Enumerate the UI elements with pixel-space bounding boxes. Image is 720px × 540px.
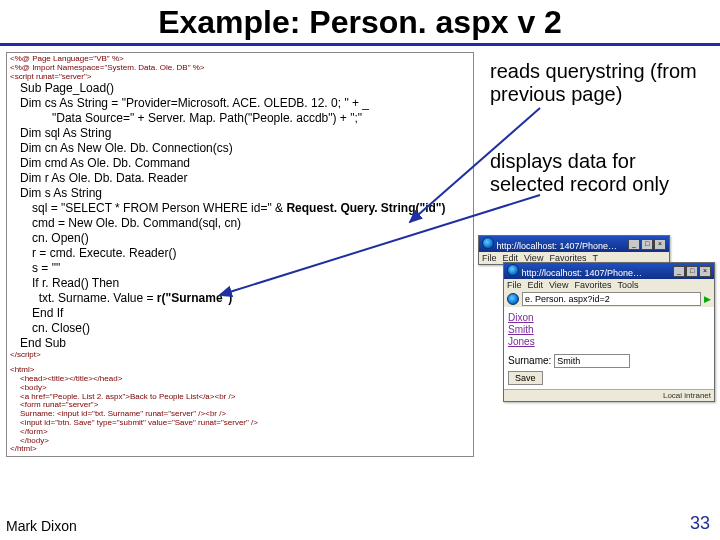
code-line: If r. Read() Then: [10, 276, 470, 291]
address-bar: ▶: [504, 291, 714, 307]
footer-author: Mark Dixon: [6, 518, 77, 534]
browser-body: Dixon Smith Jones Surname: Save: [504, 307, 714, 389]
ie-icon: [482, 237, 494, 249]
maximize-icon[interactable]: □: [686, 266, 698, 277]
page-icon: [507, 293, 519, 305]
surname-label: Surname:: [508, 355, 551, 366]
code-line: End If: [10, 306, 470, 321]
code-line: </body>: [10, 437, 470, 446]
window-buttons: _□×: [628, 239, 666, 250]
code-line: txt. Surname. Value = r("Surname"): [10, 291, 470, 306]
address-input[interactable]: [522, 292, 701, 306]
code-line: </form>: [10, 428, 470, 437]
link-smith[interactable]: Smith: [508, 324, 710, 335]
form-row: Surname:: [508, 354, 710, 368]
minimize-icon[interactable]: _: [673, 266, 685, 277]
link-jones[interactable]: Jones: [508, 336, 710, 347]
close-icon[interactable]: ×: [654, 239, 666, 250]
code-line: Sub Page_Load(): [10, 81, 470, 96]
titlebar: http://localhost: 1407/Phone… _□×: [504, 263, 714, 279]
code-line: cn. Close(): [10, 321, 470, 336]
slide-title: Example: Person. aspx v 2: [0, 0, 720, 46]
save-button[interactable]: Save: [508, 371, 543, 385]
menubar: FileEditViewFavoritesTools: [504, 279, 714, 291]
code-line: Dim sql As String: [10, 126, 470, 141]
code-line: sql = "SELECT * FROM Person WHERE id=" &…: [10, 201, 470, 216]
code-line: Dim s As String: [10, 186, 470, 201]
browser-window-front: http://localhost: 1407/Phone… _□× FileEd…: [503, 262, 715, 402]
code-line: Dim cmd As Ole. Db. Command: [10, 156, 470, 171]
code-line: "Data Source=" + Server. Map. Path("Peop…: [10, 111, 470, 126]
code-line: r = cmd. Execute. Reader(): [10, 246, 470, 261]
code-line: <input id="btn. Save" type="submit" valu…: [10, 419, 470, 428]
browser-window-back: http://localhost: 1407/Phone… _□× FileEd…: [478, 235, 670, 265]
code-line: cmd = New Ole. Db. Command(sql, cn): [10, 216, 470, 231]
footer-page: 33: [690, 513, 710, 534]
titlebar: http://localhost: 1407/Phone… _□×: [479, 236, 669, 252]
code-line: </scr​ipt>: [10, 351, 470, 360]
annotation-querystring: reads querystring (from previous page): [490, 60, 710, 106]
status-bar: Local intranet: [504, 389, 714, 401]
go-icon[interactable]: ▶: [704, 294, 711, 304]
annotation-display: displays data for selected record only: [490, 150, 710, 196]
code-line: </html>: [10, 445, 470, 454]
code-line: <head><title></title></head>: [10, 375, 470, 384]
code-line: End Sub: [10, 336, 470, 351]
code-block: <%@ Page Language="VB" %> <%@ Import Nam…: [6, 52, 474, 457]
surname-input[interactable]: [554, 354, 630, 368]
code-line: Dim cs As String = "Provider=Microsoft. …: [10, 96, 470, 111]
link-dixon[interactable]: Dixon: [508, 312, 710, 323]
window-buttons: _□×: [673, 266, 711, 277]
code-line: <script runat="server">: [10, 73, 470, 82]
ie-icon: [507, 264, 519, 276]
minimize-icon[interactable]: _: [628, 239, 640, 250]
code-line: Dim r As Ole. Db. Data. Reader: [10, 171, 470, 186]
code-line: Dim cn As New Ole. Db. Connection(cs): [10, 141, 470, 156]
close-icon[interactable]: ×: [699, 266, 711, 277]
code-line: s = "": [10, 261, 470, 276]
code-line: cn. Open(): [10, 231, 470, 246]
maximize-icon[interactable]: □: [641, 239, 653, 250]
